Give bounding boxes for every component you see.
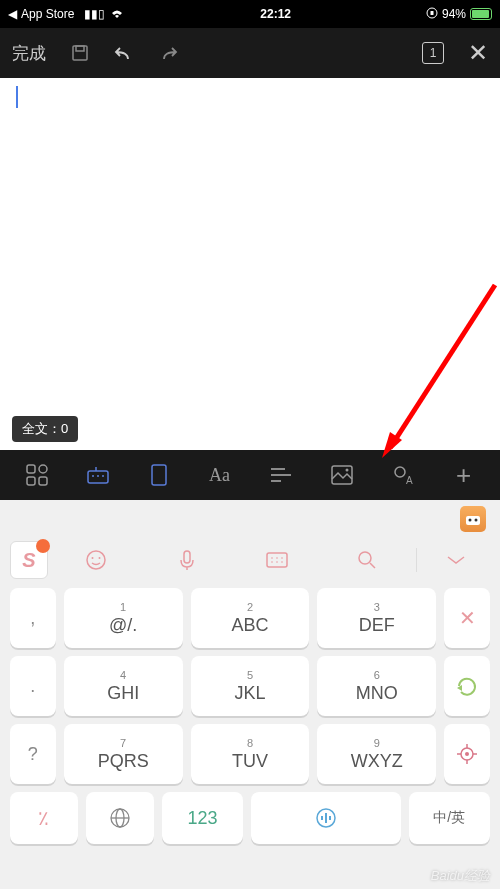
ime-logo-button[interactable]: S: [10, 541, 48, 579]
svg-rect-30: [267, 553, 287, 567]
svg-point-32: [276, 557, 278, 559]
back-app-label[interactable]: App Store: [21, 7, 74, 21]
svg-point-26: [87, 551, 105, 569]
punct-key-question[interactable]: ?: [10, 724, 56, 784]
svg-rect-29: [184, 551, 190, 563]
svg-rect-7: [39, 465, 47, 473]
lock-icon: [426, 7, 438, 22]
svg-rect-3: [76, 46, 84, 51]
keyboard: S , 1@/. 2ABC 3DEF ✕ . 4GHI 5JKL: [0, 500, 500, 889]
svg-point-24: [469, 519, 472, 522]
svg-text:A: A: [406, 475, 413, 486]
key-2[interactable]: 2ABC: [191, 588, 310, 648]
svg-point-35: [276, 561, 278, 563]
lang-switch-key[interactable]: 中/英: [409, 792, 490, 844]
svg-rect-6: [27, 465, 35, 473]
target-key[interactable]: [444, 724, 490, 784]
key-3[interactable]: 3DEF: [317, 588, 436, 648]
collapse-keyboard-button[interactable]: [423, 542, 491, 578]
svg-line-38: [370, 563, 375, 568]
word-count-badge: 全文：0: [12, 416, 78, 442]
svg-point-13: [97, 475, 99, 477]
svg-rect-1: [430, 11, 433, 15]
svg-point-25: [475, 519, 478, 522]
keyboard-function-row: S: [0, 538, 500, 582]
signal-icon: ▮▮▯: [84, 7, 105, 21]
svg-point-28: [99, 557, 101, 559]
page-count-button[interactable]: 1: [422, 42, 444, 64]
close-icon[interactable]: ✕: [468, 43, 488, 63]
translate-icon[interactable]: A: [389, 461, 417, 489]
undo-icon[interactable]: [114, 43, 134, 63]
svg-point-31: [271, 557, 273, 559]
key-8[interactable]: 8TUV: [191, 724, 310, 784]
key-4[interactable]: 4GHI: [64, 656, 183, 716]
editor-toolbar: 完成 1 ✕: [0, 28, 500, 78]
key-1[interactable]: 1@/.: [64, 588, 183, 648]
avatar-icon[interactable]: [460, 506, 486, 532]
search-button[interactable]: [325, 542, 409, 578]
battery-icon: [470, 8, 492, 20]
svg-point-12: [92, 475, 94, 477]
svg-point-36: [281, 561, 283, 563]
status-bar: ◀ App Store ▮▮▯ 22:12 94%: [0, 0, 500, 28]
svg-point-34: [271, 561, 273, 563]
punct-key-period[interactable]: .: [10, 656, 56, 716]
svg-point-33: [281, 557, 283, 559]
align-icon[interactable]: [267, 461, 295, 489]
svg-point-21: [395, 467, 405, 477]
svg-rect-8: [27, 477, 35, 485]
emoji-button[interactable]: [54, 542, 138, 578]
keyboard-tab-icon[interactable]: [84, 461, 112, 489]
back-triangle-icon[interactable]: ◀: [8, 7, 17, 21]
space-key[interactable]: [251, 792, 400, 844]
save-icon[interactable]: [70, 43, 90, 63]
symbol-key[interactable]: ٪: [10, 792, 78, 844]
image-icon[interactable]: [328, 461, 356, 489]
svg-rect-2: [73, 46, 87, 60]
svg-point-27: [92, 557, 94, 559]
svg-rect-9: [39, 477, 47, 485]
watermark: Baidu经验: [431, 867, 490, 885]
battery-pct: 94%: [442, 7, 466, 21]
voice-button[interactable]: [144, 542, 228, 578]
keyboard-type-button[interactable]: [235, 542, 319, 578]
globe-key[interactable]: [86, 792, 154, 844]
svg-rect-23: [466, 516, 480, 525]
font-icon[interactable]: Aa: [206, 461, 234, 489]
editor-canvas[interactable]: 全文：0: [0, 78, 500, 450]
key-9[interactable]: 9WXYZ: [317, 724, 436, 784]
text-cursor: [16, 86, 18, 108]
grid-icon[interactable]: [23, 461, 51, 489]
backspace-key[interactable]: ✕: [444, 588, 490, 648]
format-toolbar: Aa A +: [0, 450, 500, 500]
svg-point-37: [359, 552, 371, 564]
plus-icon[interactable]: +: [450, 461, 478, 489]
wifi-icon: [109, 7, 125, 22]
key-5[interactable]: 5JKL: [191, 656, 310, 716]
redo-icon[interactable]: [158, 43, 178, 63]
number-key[interactable]: 123: [162, 792, 243, 844]
punct-key-comma[interactable]: ,: [10, 588, 56, 648]
clock: 22:12: [125, 7, 426, 21]
svg-point-14: [102, 475, 104, 477]
key-7[interactable]: 7PQRS: [64, 724, 183, 784]
done-button[interactable]: 完成: [12, 42, 46, 65]
device-icon[interactable]: [145, 461, 173, 489]
clear-key[interactable]: [444, 656, 490, 716]
key-6[interactable]: 6MNO: [317, 656, 436, 716]
svg-rect-15: [152, 465, 166, 485]
svg-point-41: [465, 752, 469, 756]
svg-point-20: [345, 469, 348, 472]
